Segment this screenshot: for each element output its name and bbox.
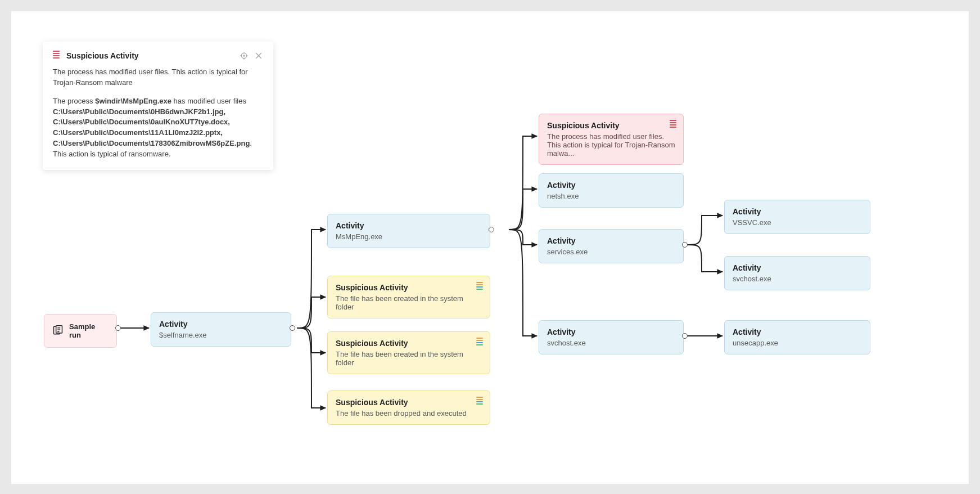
close-button[interactable] xyxy=(254,51,263,60)
expand-port[interactable] xyxy=(682,242,688,248)
node-activity-unsecapp[interactable]: Activity unsecapp.exe xyxy=(724,320,870,354)
node-title: Suspicious Activity xyxy=(336,339,482,348)
expand-port[interactable] xyxy=(682,333,688,339)
expand-port[interactable] xyxy=(290,325,295,331)
node-subtitle: The process has modified user files. Thi… xyxy=(547,132,675,158)
severity-icon xyxy=(670,120,676,128)
node-subtitle: svchost.exe xyxy=(733,275,862,283)
node-title: Activity xyxy=(547,327,675,336)
detail-description: The process has modified user files. Thi… xyxy=(53,67,263,88)
node-suspicious-modified-files[interactable]: Suspicious Activity The process has modi… xyxy=(539,114,684,165)
node-subtitle: MsMpEng.exe xyxy=(336,232,482,241)
node-activity-svchost-2[interactable]: Activity svchost.exe xyxy=(724,256,870,290)
node-subtitle: VSSVC.exe xyxy=(733,218,862,227)
detail-title: Suspicious Activity xyxy=(66,51,233,60)
svg-point-1 xyxy=(243,55,245,56)
node-title: Sample run xyxy=(69,322,109,339)
node-suspicious-system-folder-1[interactable]: Suspicious Activity The file has been cr… xyxy=(327,276,490,318)
node-title: Suspicious Activity xyxy=(547,121,675,130)
node-title: Activity xyxy=(336,221,482,230)
node-subtitle: netsh.exe xyxy=(547,192,675,200)
detail-panel: Suspicious Activity xyxy=(43,42,273,170)
node-subtitle: unsecapp.exe xyxy=(733,339,862,347)
node-title: Activity xyxy=(547,181,675,190)
node-activity-netsh[interactable]: Activity netsh.exe xyxy=(539,173,684,208)
expand-port[interactable] xyxy=(115,325,121,331)
severity-icon xyxy=(476,338,483,345)
node-title: Activity xyxy=(159,320,283,329)
node-subtitle: services.exe xyxy=(547,248,675,256)
expand-port[interactable] xyxy=(489,227,494,232)
node-subtitle: $selfname.exe xyxy=(159,331,283,339)
node-activity-msmpeng[interactable]: Activity MsMpEng.exe xyxy=(327,214,490,248)
node-subtitle: The file has been dropped and executed xyxy=(336,409,482,417)
node-title: Activity xyxy=(547,236,675,245)
node-activity-vssvc[interactable]: Activity VSSVC.exe xyxy=(724,200,870,234)
alert-icon xyxy=(53,51,60,60)
node-suspicious-system-folder-2[interactable]: Suspicious Activity The file has been cr… xyxy=(327,331,490,374)
node-title: Activity xyxy=(733,263,862,272)
locate-button[interactable] xyxy=(240,51,249,60)
node-activity-selfname[interactable]: Activity $selfname.exe xyxy=(151,312,291,347)
severity-icon xyxy=(476,397,483,405)
node-title: Suspicious Activity xyxy=(336,398,482,407)
node-activity-svchost-1[interactable]: Activity svchost.exe xyxy=(539,320,684,354)
detail-body: The process $windir\MsMpEng.exe has modi… xyxy=(53,96,263,160)
node-title: Suspicious Activity xyxy=(336,283,482,292)
node-subtitle: The file has been created in the system … xyxy=(336,350,482,367)
node-title: Activity xyxy=(733,327,862,336)
sample-icon xyxy=(52,325,64,338)
severity-icon xyxy=(476,282,483,290)
node-title: Activity xyxy=(733,207,862,216)
node-subtitle: svchost.exe xyxy=(547,339,675,347)
node-sample-run[interactable]: Sample run xyxy=(44,314,117,348)
node-activity-services[interactable]: Activity services.exe xyxy=(539,229,684,263)
node-suspicious-dropped-executed[interactable]: Suspicious Activity The file has been dr… xyxy=(327,390,490,425)
node-subtitle: The file has been created in the system … xyxy=(336,294,482,311)
process-tree-canvas[interactable]: Suspicious Activity xyxy=(11,11,969,484)
